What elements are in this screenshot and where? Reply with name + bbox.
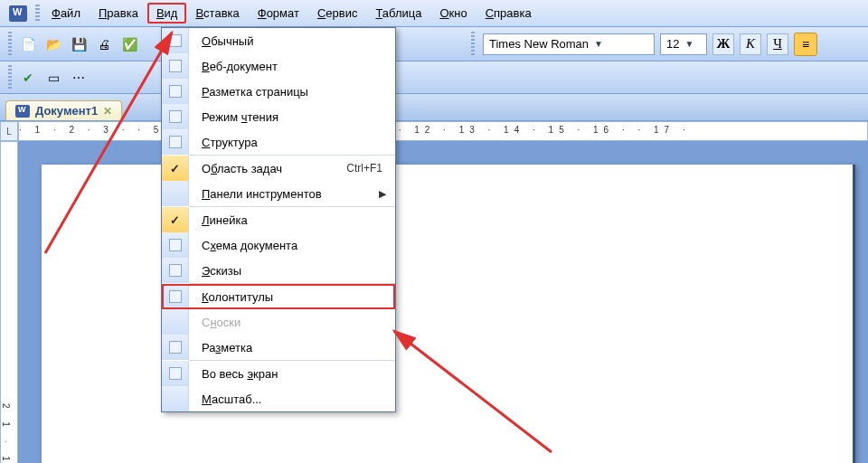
menu-item-label: Разметка [189, 341, 395, 354]
toolbar-grip-icon [8, 65, 12, 90]
menu-item-label: Структура [189, 136, 395, 149]
menu-item-режим-чтения[interactable]: Режим чтения [162, 104, 395, 129]
menu-item-label: Сноски [189, 316, 395, 329]
toolbar-grip-icon [35, 5, 40, 23]
horizontal-ruler[interactable]: · 1 · 2 · 3 · · 5 · 6 · 7 · 8 · 9 · 10 ·… [18, 121, 868, 141]
menu-item-схема-документа[interactable]: Схема документа [162, 232, 395, 258]
full-icon [162, 361, 189, 386]
menu-item-разметка[interactable]: Разметка [162, 335, 395, 360]
menu-item-разметка-страницы[interactable]: Разметка страницы [162, 79, 395, 104]
view-menu-dropdown: ОбычныйВеб-документРазметка страницыРежи… [161, 27, 396, 412]
blank-icon [162, 181, 189, 206]
menubar: ФайлПравкаВидВставкаФорматСервисТаблицаО… [0, 0, 868, 27]
menu-item-масштаб-[interactable]: Масштаб... [162, 386, 395, 411]
menu-вид[interactable]: Вид [147, 3, 187, 24]
menu-окно[interactable]: Окно [430, 3, 476, 24]
book-icon [162, 104, 189, 129]
document-tab-title: Документ1 [35, 104, 98, 118]
page-icon [162, 53, 189, 79]
menu-справка[interactable]: Справка [476, 3, 541, 24]
font-name-value: Times New Roman [489, 37, 589, 51]
menu-item-колонтитулы[interactable]: Колонтитулы [162, 284, 395, 309]
menu-item-обычный[interactable]: Обычный [162, 28, 395, 53]
blank-icon [162, 386, 189, 411]
workspace: L · 1 · 2 · 3 · · 5 · 6 · 7 · 8 · 9 · 10… [0, 121, 868, 463]
word-doc-icon [15, 105, 30, 118]
page-icon [162, 28, 189, 53]
new-doc-icon[interactable]: 📄 [16, 33, 40, 56]
doc-icon[interactable]: ▭ [42, 66, 65, 90]
menu-файл[interactable]: Файл [42, 3, 90, 24]
menu-item-веб-документ[interactable]: Веб-документ [162, 53, 395, 79]
close-tab-icon[interactable]: ✕ [103, 105, 112, 118]
header-icon [162, 284, 189, 309]
menu-item-label: Масштаб... [189, 392, 395, 406]
menu-item-эскизы[interactable]: Эскизы [162, 258, 395, 283]
menu-вставка[interactable]: Вставка [186, 3, 248, 24]
word-app-icon [9, 5, 27, 22]
submenu-arrow-icon: ▶ [379, 188, 395, 200]
menu-item-структура[interactable]: Структура [162, 129, 395, 155]
bold-button[interactable]: Ж [712, 33, 734, 55]
menu-item-label: Режим чтения [189, 110, 395, 124]
underline-button[interactable]: Ч [767, 33, 788, 55]
page-icon [162, 79, 189, 104]
print-icon[interactable]: 🖨 [92, 33, 116, 56]
markup-icon [162, 335, 189, 360]
standard-toolbar: 📄 📂 💾 🖨 ✅ Times New Roman ▼ 12 ▼ Ж К Ч ≡ [0, 27, 868, 61]
tree-icon [162, 129, 189, 155]
menu-item-область-задач[interactable]: Область задачCtrl+F1 [162, 156, 395, 181]
thumb-icon [162, 258, 189, 283]
toolbar-grip-icon [8, 32, 12, 57]
toolbar-grip-icon [471, 32, 475, 57]
document-tabbar: Документ1 ✕ [0, 94, 868, 121]
menu-item-label: Схема документа [189, 239, 395, 252]
font-size-value: 12 [666, 37, 679, 51]
menu-item-сноски: Сноски [162, 309, 395, 335]
blank-icon [162, 309, 189, 335]
menu-item-линейка[interactable]: Линейка [162, 207, 395, 232]
menu-item-label: Обычный [189, 34, 395, 48]
menu-item-label: Во весь экран [189, 367, 395, 381]
menu-shortcut: Ctrl+F1 [346, 162, 395, 175]
save-icon[interactable]: 💾 [67, 33, 90, 56]
italic-button[interactable]: К [740, 33, 761, 55]
menu-таблица[interactable]: Таблица [366, 3, 430, 24]
menu-формат[interactable]: Формат [249, 3, 308, 24]
blank-icon [162, 156, 189, 181]
open-icon[interactable]: 📂 [42, 33, 65, 56]
font-name-combo[interactable]: Times New Roman ▼ [483, 33, 655, 55]
menu-правка[interactable]: Правка [90, 3, 147, 24]
map-icon [162, 232, 189, 258]
chevron-down-icon: ▼ [684, 39, 693, 49]
ruler-corner: L [0, 121, 18, 141]
menu-item-label: Разметка страницы [189, 85, 395, 99]
document-area[interactable] [18, 141, 868, 463]
blank-icon [162, 207, 189, 232]
spell-icon[interactable]: ✅ [118, 33, 141, 56]
font-size-combo[interactable]: 12 ▼ [660, 33, 707, 55]
secondary-toolbar: ✔ ▭ ⋯ [0, 61, 868, 94]
vruler-scale: 2 1 · 1 2 3 4 5 [1, 403, 11, 463]
more-icon[interactable]: ⋯ [67, 66, 90, 90]
menu-item-label: Область задач [189, 162, 346, 175]
align-button[interactable]: ≡ [794, 33, 817, 56]
menu-item-label: Веб-документ [189, 60, 395, 73]
chevron-down-icon: ▼ [594, 39, 603, 49]
menu-item-label: Эскизы [189, 264, 395, 278]
menu-item-панели-инструментов[interactable]: Панели инструментов▶ [162, 181, 395, 206]
menu-item-label: Колонтитулы [189, 290, 395, 304]
menu-item-во-весь-экран[interactable]: Во весь экран [162, 361, 395, 386]
check-icon[interactable]: ✔ [16, 66, 40, 90]
menu-item-label: Линейка [189, 213, 395, 227]
menu-сервис[interactable]: Сервис [308, 3, 367, 24]
document-tab[interactable]: Документ1 ✕ [5, 100, 122, 120]
menu-item-label: Панели инструментов [189, 187, 379, 201]
vertical-ruler[interactable]: 2 1 · 1 2 3 4 5 [0, 141, 18, 463]
